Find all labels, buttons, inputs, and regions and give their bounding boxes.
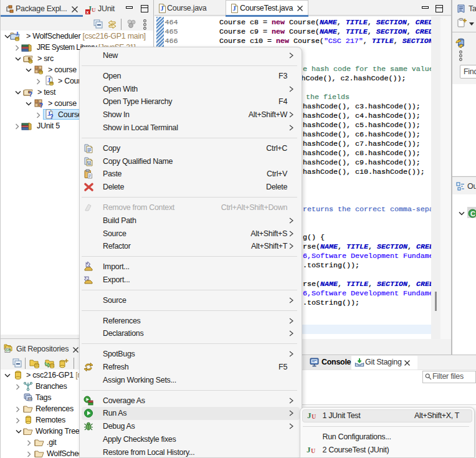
svg-text:J: J [307,445,311,454]
svg-text:?: ? [29,91,32,97]
svg-text:C: C [470,210,475,217]
svg-text:U: U [311,447,315,454]
svg-text:LO: LO [29,398,32,401]
svg-text:J: J [307,411,312,420]
svg-text:J: J [233,5,236,12]
svg-text:U: U [312,413,316,420]
svg-text:U: U [92,7,96,13]
svg-text:?: ? [50,113,54,120]
svg-text:?: ? [39,102,43,108]
svg-text:GIT: GIT [6,348,11,352]
svg-text:J: J [161,5,164,12]
svg-text:x: x [87,10,89,14]
